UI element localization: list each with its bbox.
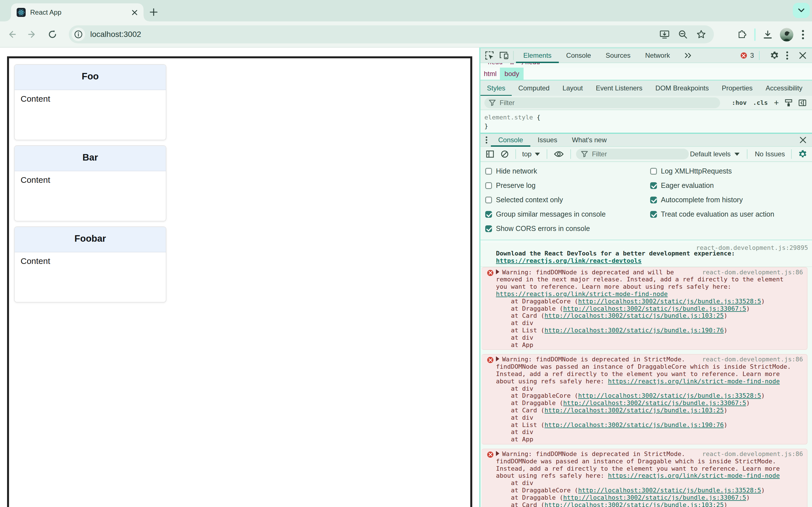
install-app-icon[interactable] xyxy=(660,30,669,39)
console-link[interactable]: http://localhost:3002/static/js/bundle.j… xyxy=(545,421,724,429)
back-button[interactable] xyxy=(4,26,20,42)
console-filter-input[interactable]: Filter xyxy=(576,149,689,159)
draggable-card[interactable]: FoobarContent xyxy=(14,226,166,302)
console-setting-preserve-log[interactable]: Preserve log xyxy=(485,181,536,189)
live-expression-eye-icon[interactable] xyxy=(554,151,564,158)
console-warning-message[interactable]: react-dom.development.js:86Warning: find… xyxy=(481,267,808,350)
sidebar-position-icon[interactable] xyxy=(799,100,806,106)
draggable-card[interactable]: BarContent xyxy=(14,145,166,221)
checkbox-checked-icon[interactable] xyxy=(650,211,657,218)
console-link[interactable]: http://localhost:3002/static/js/bundle.j… xyxy=(545,501,724,507)
devtools-close-icon[interactable] xyxy=(799,52,806,59)
checkbox-checked-icon[interactable] xyxy=(650,182,657,189)
element-style-block[interactable]: element.style { } xyxy=(480,110,812,133)
message-source-link[interactable]: react-dom.development.js:86 xyxy=(702,450,803,457)
console-link[interactable]: http://localhost:3002/static/js/bundle.j… xyxy=(578,392,761,399)
more-tabs-chevron-icon[interactable] xyxy=(677,48,699,62)
profile-avatar[interactable] xyxy=(780,28,794,41)
cls-toggle[interactable]: .cls xyxy=(753,99,768,106)
sidebar-tab-properties[interactable]: Properties xyxy=(715,80,759,96)
console-settings-gear-icon[interactable] xyxy=(798,149,808,159)
checkbox-unchecked-icon[interactable] xyxy=(485,196,492,203)
drawer-menu-kebab-icon[interactable] xyxy=(486,136,488,144)
console-link[interactable]: http://localhost:3002/static/js/bundle.j… xyxy=(563,305,746,312)
sidebar-tab-computed[interactable]: Computed xyxy=(512,80,556,96)
checkbox-checked-icon[interactable] xyxy=(485,211,492,218)
menu-kebab-icon[interactable] xyxy=(802,30,804,40)
sidebar-tab-layout[interactable]: Layout xyxy=(556,80,589,96)
console-setting-log-xmlhttprequests[interactable]: Log XMLHttpRequests xyxy=(650,167,732,175)
forward-button[interactable] xyxy=(24,26,40,42)
devtools-tab-network[interactable]: Network xyxy=(638,48,677,62)
card-header[interactable]: Foobar xyxy=(15,227,166,252)
reload-button[interactable] xyxy=(45,26,60,42)
sidebar-tab-dom-breakpoints[interactable]: DOM Breakpoints xyxy=(649,80,715,96)
drawer-tab-console[interactable]: Console xyxy=(491,134,530,146)
url-text[interactable]: localhost:3002 xyxy=(90,30,660,39)
devtools-tab-sources[interactable]: Sources xyxy=(598,48,638,62)
breadcrumb-body[interactable]: body xyxy=(500,68,523,80)
sidebar-tab-styles[interactable]: Styles xyxy=(480,80,512,96)
console-setting-eager-evaluation[interactable]: Eager evaluation xyxy=(650,181,714,189)
console-link[interactable]: https://reactjs.org/link/strict-mode-fin… xyxy=(496,290,668,297)
devtools-tab-elements[interactable]: Elements xyxy=(516,48,559,62)
issues-counter[interactable]: No Issues xyxy=(755,150,785,158)
elements-tree-clipped-row[interactable]: head … /head xyxy=(480,63,812,68)
device-toolbar-icon[interactable] xyxy=(500,51,509,60)
console-link[interactable]: http://localhost:3002/static/js/bundle.j… xyxy=(563,399,746,406)
log-levels-dropdown[interactable]: Default levels xyxy=(690,150,740,158)
site-info-icon[interactable] xyxy=(71,27,85,41)
console-setting-show-cors-errors-in-console[interactable]: Show CORS errors in console xyxy=(485,224,590,233)
console-link[interactable]: http://localhost:3002/static/js/bundle.j… xyxy=(578,298,761,305)
console-link[interactable]: http://localhost:3002/static/js/bundle.j… xyxy=(545,312,724,319)
console-link[interactable]: https://reactjs.org/link/strict-mode-fin… xyxy=(608,472,779,479)
expand-triangle-icon[interactable] xyxy=(496,356,499,361)
downloads-icon[interactable] xyxy=(763,30,772,40)
drawer-tab-issues[interactable]: Issues xyxy=(530,134,564,146)
rendering-brush-icon[interactable] xyxy=(785,99,792,107)
devtools-menu-kebab-icon[interactable] xyxy=(786,51,788,60)
console-warning-message[interactable]: react-dom.development.js:86Warning: find… xyxy=(481,354,808,445)
console-link[interactable]: https://reactjs.org/link/react-devtools xyxy=(496,257,642,264)
console-link[interactable]: http://localhost:3002/static/js/bundle.j… xyxy=(545,327,724,334)
sidebar-tab-accessibility[interactable]: Accessibility xyxy=(759,80,809,96)
card-header[interactable]: Bar xyxy=(15,146,166,171)
message-source-link[interactable]: react-dom.development.js:86 xyxy=(702,269,803,276)
drawer-tab-what-s-new[interactable]: What's new xyxy=(564,134,614,146)
expand-triangle-icon[interactable] xyxy=(496,451,499,456)
styles-filter-input[interactable]: Filter xyxy=(485,98,720,108)
checkbox-unchecked-icon[interactable] xyxy=(485,168,492,175)
js-context-selector[interactable]: top xyxy=(522,150,540,158)
sidebar-tab-event-listeners[interactable]: Event Listeners xyxy=(589,80,649,96)
console-setting-hide-network[interactable]: Hide network xyxy=(485,167,537,175)
new-tab-button[interactable] xyxy=(149,8,158,16)
checkbox-checked-icon[interactable] xyxy=(650,196,657,203)
extensions-puzzle-icon[interactable] xyxy=(737,30,747,40)
inspect-element-icon[interactable] xyxy=(485,51,494,60)
address-bar[interactable]: localhost:3002 xyxy=(69,25,714,43)
zoom-out-icon[interactable] xyxy=(678,30,688,39)
console-setting-autocomplete-from-history[interactable]: Autocomplete from history xyxy=(650,196,743,204)
console-link[interactable]: http://localhost:3002/static/js/bundle.j… xyxy=(545,407,724,414)
clear-console-icon[interactable] xyxy=(501,150,509,158)
console-warning-message[interactable]: react-dom.development.js:86Warning: find… xyxy=(481,449,808,507)
console-setting-treat-code-evaluation-as-user-action[interactable]: Treat code evaluation as user action xyxy=(650,210,774,218)
checkbox-checked-icon[interactable] xyxy=(485,225,492,232)
drawer-close-icon[interactable] xyxy=(800,136,806,144)
console-sidebar-toggle-icon[interactable] xyxy=(486,151,494,158)
console-setting-group-similar-messages-in-console[interactable]: Group similar messages in console xyxy=(485,210,606,218)
console-link[interactable]: http://localhost:3002/static/js/bundle.j… xyxy=(578,487,761,494)
tab-search-chevron-button[interactable] xyxy=(793,3,810,18)
checkbox-unchecked-icon[interactable] xyxy=(485,182,492,189)
browser-tab[interactable]: React App xyxy=(11,3,144,21)
bookmark-star-icon[interactable] xyxy=(696,30,706,39)
devtools-tab-console[interactable]: Console xyxy=(559,48,598,62)
message-source-link[interactable]: react-dom.development.js:29895 xyxy=(696,244,808,251)
devtools-settings-gear-icon[interactable] xyxy=(770,51,779,60)
new-style-rule-button[interactable]: + xyxy=(774,98,779,107)
console-setting-selected-context-only[interactable]: Selected context only xyxy=(485,196,563,204)
console-link[interactable]: http://localhost:3002/static/js/bundle.j… xyxy=(563,494,746,501)
checkbox-unchecked-icon[interactable] xyxy=(650,168,657,175)
draggable-card[interactable]: FooContent xyxy=(14,64,166,140)
expand-triangle-icon[interactable] xyxy=(496,269,499,274)
